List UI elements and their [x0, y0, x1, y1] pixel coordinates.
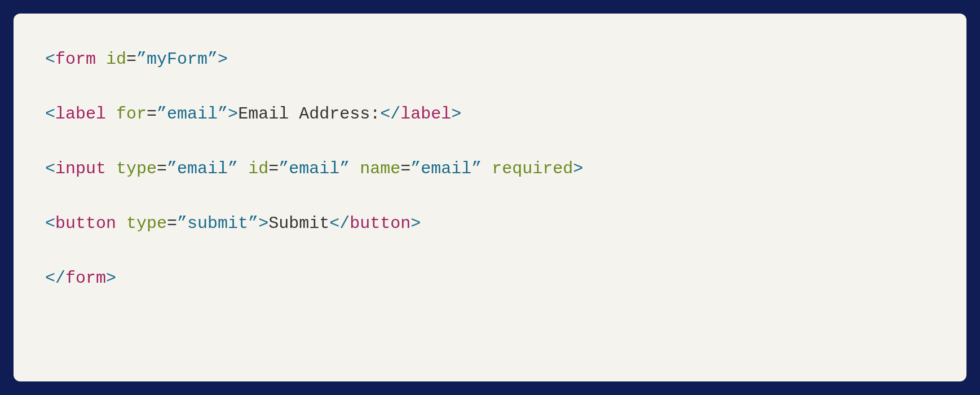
code-line: <label for=”email”>Email Address:</label… [45, 102, 935, 126]
code-token-tag: form [65, 269, 106, 288]
code-token-attr-value: ”myForm” [136, 50, 218, 69]
code-line: </form> [45, 266, 935, 290]
code-token-bracket: > [218, 50, 228, 69]
code-token-bracket: > [106, 269, 116, 288]
code-token-tag: button [350, 214, 410, 233]
code-block: <form id=”myForm”><label for=”email”>Ema… [45, 47, 935, 290]
code-token-attr-eq: = [157, 159, 167, 178]
code-token-bracket: > [258, 214, 268, 233]
code-token-attr-value: ”email” [279, 159, 350, 178]
code-token-text [106, 159, 116, 178]
code-token-bracket: </ [380, 104, 400, 124]
code-token-attr-value: ”email” [410, 159, 482, 178]
code-token-bracket: < [45, 159, 55, 178]
code-token-text: Email Address: [238, 104, 380, 124]
code-token-attr-eq: = [400, 159, 410, 178]
code-token-text: Submit [268, 214, 329, 233]
code-token-attr-eq: = [147, 104, 157, 124]
code-token-attr-name: name [360, 159, 400, 178]
code-token-attr-eq: = [167, 214, 177, 233]
code-token-bracket: < [45, 214, 55, 233]
code-token-attr-name: type [126, 214, 167, 233]
code-token-bracket: </ [45, 269, 65, 288]
code-token-text [116, 214, 126, 233]
code-token-tag: input [55, 159, 106, 178]
code-token-attr-value: ”email” [167, 159, 238, 178]
code-token-bracket: </ [329, 214, 350, 233]
code-token-attr-name: id [106, 50, 126, 69]
code-token-bracket: < [45, 50, 55, 69]
code-token-text [238, 159, 248, 178]
code-token-tag: form [55, 50, 96, 69]
code-token-attr-name: id [248, 159, 268, 178]
code-token-bracket: < [45, 104, 55, 124]
code-line: <input type=”email” id=”email” name=”ema… [45, 157, 935, 181]
code-token-attr-name: required [492, 159, 573, 178]
code-token-bracket: > [573, 159, 583, 178]
code-line: <form id=”myForm”> [45, 47, 935, 71]
code-token-tag: label [55, 104, 106, 124]
code-token-text [350, 159, 360, 178]
code-token-attr-eq: = [126, 50, 136, 69]
code-token-bracket: > [410, 214, 421, 233]
code-token-tag: label [400, 104, 451, 124]
code-token-attr-eq: = [268, 159, 279, 178]
code-snippet-panel: <form id=”myForm”><label for=”email”>Ema… [14, 14, 966, 381]
code-token-bracket: > [451, 104, 461, 124]
code-token-attr-value: ”submit” [177, 214, 258, 233]
code-token-attr-value: ”email” [157, 104, 228, 124]
code-token-bracket: > [228, 104, 238, 124]
code-token-tag: button [55, 214, 116, 233]
code-token-text [106, 104, 116, 124]
code-token-text [482, 159, 492, 178]
code-token-attr-name: type [116, 159, 157, 178]
code-token-attr-name: for [116, 104, 147, 124]
code-line: <button type=”submit”>Submit</button> [45, 212, 935, 235]
code-token-text [96, 50, 106, 69]
